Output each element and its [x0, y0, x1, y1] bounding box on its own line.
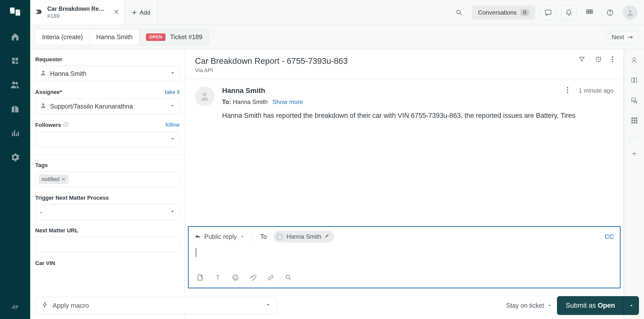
zendesk-logo[interactable] [9, 6, 21, 18]
conversations-label: Conversations [478, 9, 516, 16]
next-button[interactable]: Next [606, 30, 639, 44]
svg-point-12 [42, 103, 45, 105]
chat-icon[interactable] [540, 5, 556, 20]
events-icon[interactable] [595, 56, 602, 64]
apps-icon[interactable] [630, 117, 638, 126]
knowledge-icon[interactable] [630, 76, 638, 85]
add-label: Add [140, 9, 150, 16]
compose-note-icon[interactable] [197, 274, 204, 283]
svg-rect-33 [636, 118, 637, 119]
ticket-body: Requester Hanna Smith Assignee* take it … [30, 49, 644, 319]
field-trigger: Trigger Next Matter Process - [35, 195, 180, 220]
views-icon[interactable] [10, 56, 20, 66]
emoji-icon[interactable] [232, 274, 239, 283]
conversation-panel: Car Breakdown Report - 6755-7393u-863 Vi… [185, 49, 624, 319]
more-actions-icon[interactable] [612, 56, 614, 64]
apply-macro-label: Apply macro [53, 302, 89, 309]
context-rail [624, 49, 644, 319]
composer-to-chip[interactable]: Hanna Smith [273, 231, 335, 242]
followers-select[interactable] [35, 132, 180, 147]
reply-mode-select[interactable]: Public reply [195, 233, 245, 240]
requester-select[interactable]: Hanna Smith [35, 66, 180, 81]
svg-point-14 [66, 123, 66, 124]
status-badge: OPEN [146, 33, 166, 41]
ticket-subject: Car Breakdown Report - 6755-7393u-863 [195, 56, 348, 66]
svg-point-11 [42, 71, 45, 73]
link-icon[interactable] [267, 274, 274, 283]
remove-tag-icon[interactable] [61, 176, 65, 183]
svg-rect-1 [545, 10, 551, 14]
conversation-header-text: Car Breakdown Report - 6755-7393u-863 Vi… [195, 56, 348, 74]
toolbar-search-icon[interactable] [285, 274, 292, 283]
user-context-icon[interactable] [630, 56, 638, 65]
home-icon[interactable] [10, 32, 20, 42]
assignee-value: Support/Tassilo Karunarathna [50, 103, 133, 110]
apps-grid-icon[interactable] [582, 5, 597, 20]
add-app-icon[interactable] [630, 150, 638, 159]
tags-input[interactable]: notified [35, 172, 180, 187]
composer: Public reply To Hanna Smith CC [188, 226, 621, 288]
edit-recipient-icon[interactable] [324, 233, 330, 240]
ticket-tab-icon [35, 8, 43, 17]
search-icon[interactable] [451, 5, 467, 20]
followers-label-text: Followers [35, 122, 61, 128]
stay-label: Stay on ticket [506, 302, 544, 309]
message-actions-icon[interactable] [567, 86, 569, 95]
customers-icon[interactable] [10, 80, 20, 90]
profile-avatar[interactable] [623, 5, 637, 20]
url-input[interactable] [35, 237, 180, 252]
svg-rect-4 [591, 10, 592, 11]
mini-avatar-icon [276, 233, 284, 240]
svg-rect-38 [633, 122, 635, 123]
conversations-count: 0 [520, 9, 529, 16]
attachment-icon[interactable] [250, 274, 257, 283]
tag-chip[interactable]: notified [38, 175, 68, 184]
submit-button[interactable]: Submit as Open [557, 296, 624, 315]
notifications-icon[interactable] [561, 5, 577, 20]
take-it-link[interactable]: take it [165, 89, 180, 95]
field-assignee: Assignee* take it Support/Tassilo Karuna… [35, 89, 180, 114]
composer-textarea[interactable] [189, 246, 620, 272]
admin-gear-icon[interactable] [10, 152, 20, 162]
help-icon[interactable] [602, 5, 618, 20]
close-icon[interactable] [114, 9, 119, 16]
conversations-button[interactable]: Conversations 0 [472, 6, 535, 20]
reporting-icon[interactable] [10, 128, 20, 138]
stay-on-ticket-button[interactable]: Stay on ticket [506, 302, 552, 309]
tab-strip: Car Breakdown Repor… #189 Add Conversati… [30, 0, 644, 25]
reply-mode-label: Public reply [204, 233, 237, 240]
trigger-select[interactable]: - [35, 204, 180, 220]
to-label: To: [222, 98, 231, 105]
svg-rect-5 [587, 12, 588, 13]
svg-point-9 [610, 14, 610, 14]
topbar-right: Conversations 0 [451, 0, 644, 25]
cc-link[interactable]: CC [605, 233, 614, 240]
breadcrumb-person[interactable]: Hanna Smith [90, 29, 139, 45]
text-format-icon[interactable] [214, 274, 221, 283]
zendesk-products-icon[interactable] [10, 302, 20, 312]
show-more-link[interactable]: Show more [272, 98, 303, 105]
divider [252, 232, 253, 242]
svg-rect-32 [633, 118, 635, 119]
next-label: Next [612, 34, 624, 41]
info-icon[interactable] [63, 122, 69, 129]
field-requester: Requester Hanna Smith [35, 56, 180, 81]
side-conversations-icon[interactable] [630, 96, 638, 105]
message-author: Hanna Smith [222, 87, 265, 95]
apply-macro-button[interactable]: Apply macro [35, 297, 277, 314]
ticket-tab[interactable]: Car Breakdown Repor… #189 [30, 0, 125, 25]
add-tab-button[interactable]: Add [125, 0, 158, 25]
submit-prefix: Submit as [566, 302, 598, 309]
svg-rect-2 [587, 10, 588, 11]
conversation-actions [578, 56, 614, 64]
breadcrumb-ticket[interactable]: OPEN Ticket #189 [139, 29, 209, 45]
breadcrumb-org[interactable]: Interia (create) [35, 29, 90, 45]
filter-icon[interactable] [578, 56, 585, 64]
follow-link[interactable]: follow [166, 122, 180, 128]
organizations-icon[interactable] [10, 104, 20, 114]
conversation-header: Car Breakdown Report - 6755-7393u-863 Vi… [185, 49, 624, 79]
svg-rect-7 [591, 12, 592, 13]
assignee-select[interactable]: Support/Tassilo Karunarathna [35, 98, 180, 114]
field-label-assignee: Assignee* [35, 89, 180, 95]
submit-dropdown[interactable] [624, 296, 639, 315]
